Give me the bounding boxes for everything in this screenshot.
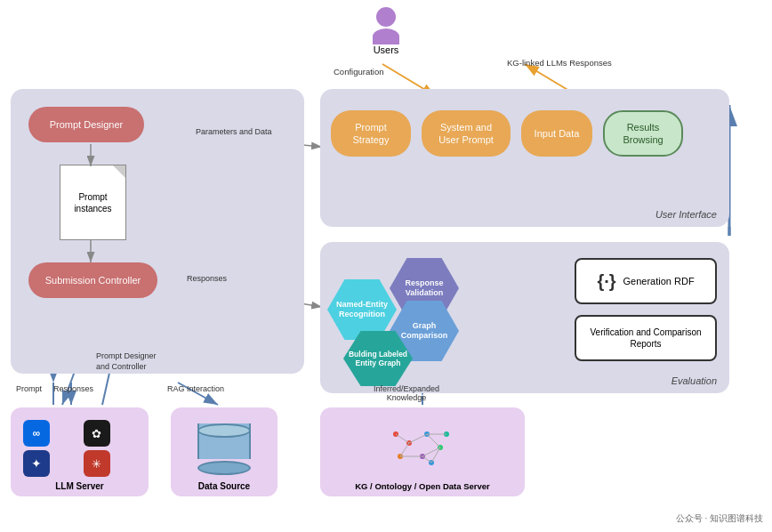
panel-llm: ∞ ✿ ✦ ✳ LLM Server	[11, 407, 149, 496]
meta-logo: ∞	[23, 420, 50, 447]
responses-label: Responses	[187, 274, 227, 283]
building-labeled-label: Bulding Labeled Entity Graph	[347, 350, 409, 367]
user-head-icon	[376, 7, 396, 27]
kg-responses-label: KG-linked LLMs Responses	[507, 58, 612, 68]
input-data-box: Input Data	[521, 110, 592, 157]
verification-box: Verification and Comparison Reports	[575, 315, 717, 361]
prompt-designer-label: Prompt Designer	[50, 118, 124, 131]
star-logo: ✦	[23, 450, 50, 477]
system-user-prompt-label: System and User Prompt	[430, 121, 502, 147]
kg-server-label: KG / Ontology / Open Data Server	[320, 481, 525, 491]
user-figure: Users	[373, 7, 399, 55]
arrow-inst-to-sc	[82, 240, 100, 267]
ui-components-row: Prompt Strategy System and User Prompt I…	[331, 110, 719, 157]
llm-logos-grid: ∞ ✿ ✦ ✳	[23, 420, 140, 477]
system-user-prompt-box: System and User Prompt	[422, 110, 511, 157]
arrow-pd-to-inst	[82, 144, 100, 171]
generation-rdf-label: Generation RDF	[623, 276, 695, 286]
llm-server-label: LLM Server	[55, 481, 103, 491]
spark-logo: ✳	[84, 450, 110, 477]
inferred-label: Inferred/ExpandedKnowledge	[374, 384, 439, 402]
prompt-instances-doc: Prompt instances	[60, 165, 126, 240]
generation-rdf-box: {·} Generation RDF	[575, 258, 717, 304]
config-label: Configuration	[334, 67, 384, 77]
prompt-strategy-box: Prompt Strategy	[331, 110, 411, 157]
data-source-label: Data Source	[198, 481, 250, 491]
prompt-strategy-label: Prompt Strategy	[340, 121, 402, 147]
cyl-bottom	[197, 461, 251, 475]
prompt-instances-label: Prompt instances	[60, 191, 125, 214]
submission-controller-box: Submission Controller	[28, 262, 157, 298]
response-validation-label: Response Validation	[393, 278, 455, 298]
panel-eval: Named-Entity Recognition Response Valida…	[320, 242, 729, 393]
branding: 公众号 · 知识图谱科技	[676, 512, 763, 525]
rag-label: RAG Interaction	[167, 384, 224, 393]
input-data-label: Input Data	[535, 127, 580, 140]
hex-group: Named-Entity Recognition Response Valida…	[327, 254, 519, 375]
openai-logo: ✿	[84, 420, 110, 447]
svg-line-32	[396, 434, 409, 443]
ui-panel-label: User Interface	[655, 209, 717, 220]
user-body-icon	[373, 28, 399, 44]
results-browsing-label: Results Browsing	[614, 121, 672, 147]
svg-line-34	[422, 456, 431, 463]
prompt-label: Prompt	[16, 384, 42, 393]
eval-panel-label: Evaluation	[671, 375, 717, 386]
panel-kg: KG / Ontology / Open Data Server	[320, 407, 525, 496]
named-entity-label: Named-Entity Recognition	[331, 300, 393, 319]
svg-line-27	[427, 434, 440, 447]
prompt-designer-box: Prompt Designer	[28, 107, 144, 142]
user-label: Users	[374, 44, 399, 55]
verification-label: Verification and Comparison Reports	[580, 326, 712, 350]
svg-line-30	[400, 443, 409, 456]
panel-ui: Prompt Strategy System and User Prompt I…	[320, 89, 729, 227]
panel-datasource: Data Source	[171, 407, 277, 496]
kg-network-svg	[382, 416, 462, 470]
results-browsing-box: Results Browsing	[603, 110, 683, 157]
building-labeled-hex: Bulding Labeled Entity Graph	[343, 331, 413, 386]
svg-line-26	[409, 434, 427, 443]
params-label: Parameters and Data	[196, 127, 272, 136]
cyl-top	[197, 423, 251, 438]
rdf-icon: {·}	[597, 271, 615, 292]
responses3-label: Responses	[53, 384, 93, 393]
submission-controller-label: Submission Controller	[45, 274, 141, 286]
pdc-label: Prompt Designerand Controller	[96, 351, 157, 372]
cylinder-icon	[197, 423, 251, 475]
diagram-container: Users Configuration KG-linked LLMs Respo…	[0, 0, 772, 532]
